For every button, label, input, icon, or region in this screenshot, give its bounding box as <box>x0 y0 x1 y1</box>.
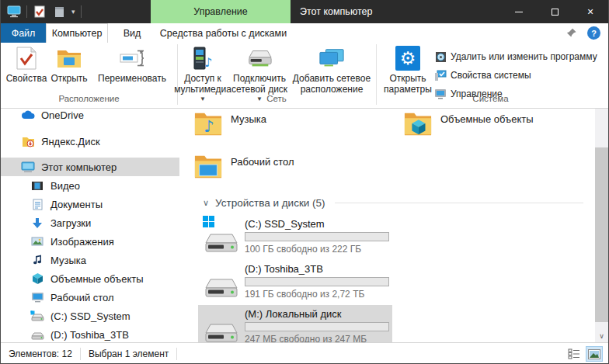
drive-c-icon <box>30 309 44 323</box>
title-bar: ▾ Управление Этот компьютер × <box>1 0 608 23</box>
tab-disk-tools[interactable]: Средства работы с дисками <box>156 23 291 43</box>
navigation-pane: OneDrive Яндекс.Диск Этот компьютер Виде… <box>1 109 179 342</box>
system-properties-button[interactable]: Свойства системы <box>434 68 531 83</box>
pictures-icon <box>30 234 44 248</box>
system-properties-label: Свойства системы <box>451 70 531 81</box>
svg-text:⚙: ⚙ <box>400 48 416 68</box>
desktop-icon <box>30 290 44 304</box>
yandex-disk-icon <box>21 134 35 148</box>
sidebar-item-drive-d[interactable]: (D:) Toshiba_3TB <box>1 325 179 342</box>
sidebar-item-yandex-disk[interactable]: Яндекс.Диск <box>1 132 179 151</box>
group-label-location: Расположение <box>1 94 177 103</box>
uninstall-program-icon <box>434 50 447 63</box>
open-folder-icon <box>56 45 82 71</box>
sidebar-item-downloads[interactable]: Загрузки <box>1 213 179 232</box>
explorer-window: ▾ Управление Этот компьютер × Файл Компь… <box>0 0 609 364</box>
properties-button[interactable]: Свойства <box>5 45 47 85</box>
tab-file[interactable]: Файл <box>1 23 46 43</box>
status-bar: Элементов: 12 Выбран 1 элемент <box>1 342 608 364</box>
ribbon-tabs: Файл Компьютер Вид Средства работы с дис… <box>1 23 608 43</box>
folder-tile-3d-objects[interactable]: Объемные объекты <box>403 109 597 138</box>
folder-tile-music[interactable]: ♪ Музыка <box>193 109 388 138</box>
folder-name: Рабочий стол <box>231 151 294 181</box>
contextual-tab-manage[interactable]: Управление <box>151 0 291 23</box>
items-view: ♪ Музыка Объемные объекты Рабочий стол ∨… <box>179 109 590 342</box>
drive-tile-m[interactable]: (M:) Локальный диск 247 МБ свободно из 2… <box>198 305 392 347</box>
scrollbar-thumb[interactable] <box>595 147 608 322</box>
sidebar-item-onedrive[interactable]: OneDrive <box>1 109 179 124</box>
music-folder-icon: ♪ <box>193 109 223 138</box>
toolbar-separator <box>26 5 27 18</box>
folder-name: Музыка <box>231 109 266 138</box>
uninstall-program-button[interactable]: Удалить или изменить программу <box>434 49 597 64</box>
thumbnails-view-button[interactable] <box>586 347 602 361</box>
network-location-icon <box>318 45 345 71</box>
minimize-button[interactable] <box>501 0 537 23</box>
this-pc-icon[interactable] <box>7 5 21 19</box>
add-network-location-button[interactable]: Добавить сетевое расположение <box>290 45 374 95</box>
pin-ribbon-icon[interactable] <box>566 27 579 40</box>
customize-toolbar-chevron-icon[interactable]: ▾ <box>71 8 75 16</box>
rename-button[interactable]: Переименовать <box>91 45 173 85</box>
sidebar-item-this-pc[interactable]: Этот компьютер <box>1 158 179 176</box>
help-button[interactable]: ? <box>587 26 600 40</box>
sidebar-item-3d-objects[interactable]: Объемные объекты <box>1 269 179 288</box>
open-button[interactable]: Открыть <box>47 45 91 85</box>
new-folder-quick-icon[interactable] <box>52 5 66 19</box>
sidebar-item-label: Объемные объекты <box>50 273 144 285</box>
sidebar-item-videos[interactable]: Видео <box>1 176 179 195</box>
rename-label: Переименовать <box>98 74 166 85</box>
network-drive-icon <box>246 45 273 71</box>
sidebar-item-pictures[interactable]: Изображения <box>1 232 179 251</box>
section-header-devices[interactable]: ∨ Устройства и диски (5) <box>203 194 583 211</box>
collapse-chevron-icon[interactable]: ∨ <box>203 198 209 208</box>
open-settings-label: Открыть параметры <box>381 74 434 95</box>
sidebar-item-label: Яндекс.Диск <box>41 136 100 147</box>
drive-name: (M:) Локальный диск <box>245 308 389 320</box>
sidebar-item-music[interactable]: Музыка <box>1 251 179 269</box>
sidebar-item-label: Загрузки <box>50 217 91 229</box>
ribbon: Свойства Открыть Переименовать Расположе… <box>1 43 608 109</box>
onedrive-cloud-icon <box>21 109 35 122</box>
window-title: Этот компьютер <box>300 0 372 23</box>
music-icon <box>30 253 44 267</box>
3d-objects-folder-icon <box>403 109 433 138</box>
drive-tile-c[interactable]: (C:) SSD_System 100 ГБ свободно из 222 Г… <box>198 215 392 257</box>
items-count: Элементов: 12 <box>1 348 80 359</box>
properties-label: Свойства <box>6 74 47 85</box>
sidebar-item-label: Изображения <box>50 236 114 248</box>
sidebar-item-drive-c[interactable]: (C:) SSD_System <box>1 307 179 325</box>
cube-3d-icon <box>30 272 44 286</box>
desktop-folder-icon <box>193 151 223 181</box>
sidebar-item-label: OneDrive <box>41 109 84 121</box>
media-access-label: Доступ к мультимедиа <box>174 74 231 95</box>
sidebar-item-desktop[interactable]: Рабочий стол <box>1 288 179 307</box>
sidebar-item-label: Видео <box>50 180 80 192</box>
rename-icon <box>119 45 145 71</box>
sidebar-item-label: (D:) Toshiba_3TB <box>50 329 129 341</box>
open-settings-button[interactable]: ⚙ Открыть параметры <box>381 45 434 95</box>
tab-computer[interactable]: Компьютер <box>46 23 108 43</box>
close-button[interactable]: × <box>572 0 608 23</box>
sidebar-item-label: (C:) SSD_System <box>50 310 130 322</box>
properties-quick-icon[interactable] <box>33 5 47 19</box>
minimize-icon <box>515 12 523 12</box>
vertical-scrollbar[interactable]: ∨ <box>595 109 608 342</box>
documents-icon <box>30 197 44 211</box>
folder-name: Объемные объекты <box>440 109 534 138</box>
svg-text:♪: ♪ <box>204 55 212 70</box>
scroll-down-icon[interactable]: ∨ <box>595 329 608 342</box>
maximize-icon <box>552 9 559 16</box>
drive-icon <box>201 307 238 345</box>
folder-tile-desktop[interactable]: Рабочий стол <box>193 151 388 181</box>
drive-free-space: 100 ГБ свободно из 222 ГБ <box>245 244 389 255</box>
sidebar-item-documents[interactable]: Документы <box>1 195 179 213</box>
status-separator <box>176 348 177 360</box>
downloads-icon <box>30 216 44 230</box>
add-location-label: Добавить сетевое расположение <box>290 74 374 95</box>
capacity-bar <box>245 277 389 286</box>
tab-view[interactable]: Вид <box>108 23 156 43</box>
maximize-button[interactable] <box>537 0 572 23</box>
drive-tile-d[interactable]: (D:) Toshiba_3TB 191 ГБ свободно из 2,72… <box>198 260 392 302</box>
details-view-button[interactable] <box>566 347 582 361</box>
